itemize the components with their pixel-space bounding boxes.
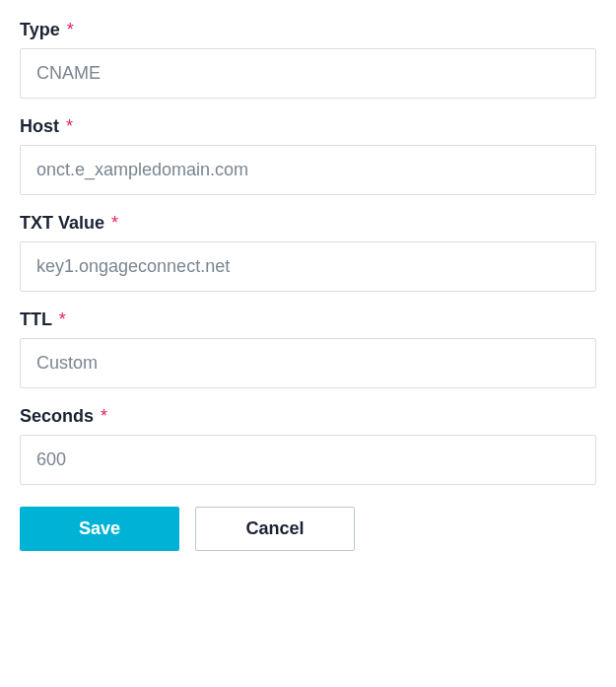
- txt-value-label: TXT Value *: [20, 213, 596, 234]
- type-field-group: Type *: [20, 20, 596, 99]
- seconds-label: Seconds *: [20, 406, 596, 427]
- type-input[interactable]: [20, 48, 596, 99]
- host-input[interactable]: [20, 145, 596, 195]
- type-label: Type *: [20, 20, 596, 40]
- seconds-label-text: Seconds: [20, 406, 94, 426]
- type-label-text: Type: [20, 20, 60, 39]
- host-field-group: Host *: [20, 116, 596, 195]
- required-asterisk: *: [101, 406, 107, 426]
- host-label: Host *: [20, 116, 596, 137]
- required-asterisk: *: [111, 213, 118, 233]
- seconds-input[interactable]: [20, 435, 596, 485]
- button-row: Save Cancel: [20, 507, 596, 551]
- dns-record-form: Type * Host * TXT Value * TTL * Seconds …: [20, 20, 596, 551]
- save-button[interactable]: Save: [20, 507, 179, 551]
- required-asterisk: *: [59, 309, 66, 329]
- required-asterisk: *: [66, 116, 73, 136]
- txt-value-input[interactable]: [20, 241, 596, 292]
- ttl-label: TTL *: [20, 309, 596, 330]
- ttl-field-group: TTL *: [20, 309, 596, 388]
- host-label-text: Host: [20, 116, 59, 136]
- ttl-input[interactable]: [20, 338, 596, 388]
- cancel-button[interactable]: Cancel: [195, 507, 355, 551]
- txt-value-field-group: TXT Value *: [20, 213, 596, 292]
- required-asterisk: *: [67, 20, 74, 39]
- ttl-label-text: TTL: [20, 309, 52, 329]
- seconds-field-group: Seconds *: [20, 406, 596, 485]
- txt-value-label-text: TXT Value: [20, 213, 104, 233]
